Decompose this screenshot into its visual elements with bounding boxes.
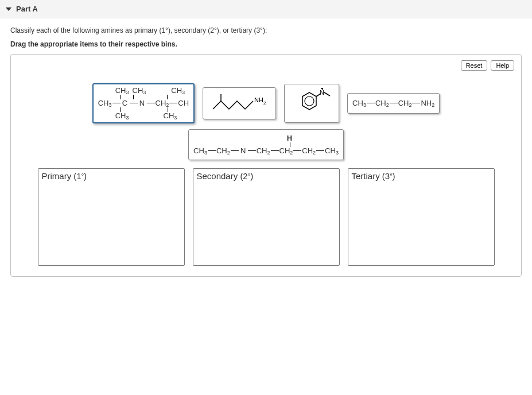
reset-button[interactable]: Reset — [461, 60, 488, 71]
bin-tertiary-title: Tertiary (3°) — [352, 171, 395, 181]
collapse-triangle-icon — [6, 7, 11, 11]
items-row-2: H CH3 CH2 N — [188, 129, 344, 160]
draggable-items-area: CH3 CH3 CH3 — [21, 83, 511, 160]
bin-tertiary[interactable]: Tertiary (3°) — [348, 168, 495, 266]
drag-instruction: Drag the appropriate items to their resp… — [10, 40, 522, 48]
skeletal-primary-amine-icon: NH 2 — [211, 92, 268, 115]
amine-item-e[interactable]: H CH3 CH2 N — [188, 129, 344, 160]
dimethylaniline-icon: N — [291, 88, 332, 119]
bin-primary[interactable]: Primary (1°) — [38, 168, 185, 266]
svg-text:N: N — [320, 89, 324, 96]
bins-row: Primary (1°) Secondary (2°) Tertiary (3°… — [21, 168, 511, 266]
part-label: Part A — [16, 5, 38, 13]
bin-secondary-title: Secondary (2°) — [197, 171, 254, 181]
amine-item-a[interactable]: CH3 CH3 CH3 — [92, 83, 195, 123]
formula-e: H CH3 CH2 N — [193, 134, 339, 155]
work-panel: Reset Help CH3 CH3 — [10, 54, 522, 277]
question-body: Classify each of the following amines as… — [0, 18, 532, 288]
svg-text:NH: NH — [254, 96, 263, 103]
amine-item-b[interactable]: NH 2 — [203, 87, 276, 119]
bin-primary-title: Primary (1°) — [42, 171, 87, 181]
part-header[interactable]: Part A — [0, 0, 532, 18]
svg-point-4 — [305, 96, 314, 106]
formula-a: CH3 CH3 CH3 — [98, 87, 189, 120]
amine-item-c[interactable]: N — [284, 84, 339, 123]
panel-buttons: Reset Help — [461, 60, 514, 71]
help-button[interactable]: Help — [491, 60, 514, 71]
question-container: Part A Classify each of the following am… — [0, 0, 532, 288]
question-prompt: Classify each of the following amines as… — [10, 26, 522, 34]
svg-text:2: 2 — [263, 100, 266, 106]
svg-line-7 — [324, 92, 330, 96]
bin-secondary[interactable]: Secondary (2°) — [193, 168, 340, 266]
amine-item-d[interactable]: CH3 CH2 CH2 NH2 — [347, 93, 440, 114]
formula-d: CH3 CH2 CH2 NH2 — [352, 99, 434, 107]
items-row-1: CH3 CH3 CH3 — [92, 83, 440, 123]
